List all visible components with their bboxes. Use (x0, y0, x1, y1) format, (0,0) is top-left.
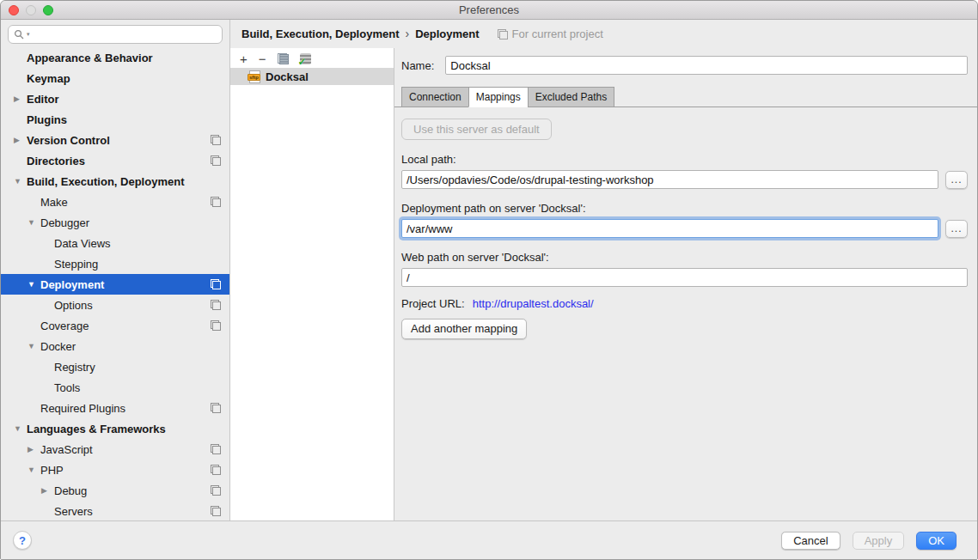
sidebar-item-tools[interactable]: Tools (1, 377, 229, 398)
remove-icon[interactable]: − (259, 53, 266, 65)
tab-connection[interactable]: Connection (401, 87, 469, 107)
breadcrumb: Build, Execution, Deployment › Deploymen… (230, 20, 977, 48)
sidebar-item-data-views[interactable]: Data Views (1, 233, 229, 253)
dialog-footer: ? Cancel Apply OK (1, 520, 977, 559)
sidebar-item-php[interactable]: ▼PHP (1, 460, 229, 480)
chevron-right-icon[interactable]: ▶ (27, 445, 40, 453)
breadcrumb-separator: › (405, 27, 409, 40)
local-path-row: ... (401, 170, 968, 189)
sidebar-item-label: Editor (27, 93, 59, 106)
sidebar-item-label: Registry (54, 361, 95, 374)
mappings-tab-content: Use this server as default Local path:..… (394, 107, 977, 339)
chevron-down-icon[interactable]: ▼ (13, 177, 27, 186)
local-path-label: Local path: (401, 153, 968, 166)
deployment-path-on-server-docksal-input[interactable] (401, 219, 938, 238)
sidebar-item-debug[interactable]: ▶Debug (1, 480, 229, 501)
use-as-default-icon[interactable] (300, 53, 311, 64)
tab-strip: ConnectionMappingsExcluded Paths (394, 87, 977, 107)
sidebar-item-keymap[interactable]: Keymap (1, 68, 229, 88)
close-button[interactable] (9, 5, 19, 15)
sidebar-item-editor[interactable]: ▶Editor (1, 88, 229, 109)
chevron-down-icon[interactable]: ▼ (13, 424, 27, 433)
sidebar-item-make[interactable]: Make (1, 192, 229, 212)
breadcrumb-current: Deployment (415, 27, 479, 40)
sidebar-item-label: Build, Execution, Deployment (27, 175, 184, 188)
scope-indicator: For current project (498, 27, 603, 40)
for-current-project-icon (211, 444, 221, 454)
settings-search[interactable]: ▾ (8, 25, 223, 44)
server-item-docksal[interactable]: sftpDocksal (230, 68, 394, 85)
chevron-right-icon[interactable]: ▶ (13, 136, 27, 144)
chevron-down-icon[interactable]: ▼ (27, 218, 40, 227)
copy-icon[interactable] (278, 53, 289, 64)
sidebar-item-docker[interactable]: ▼Docker (1, 336, 229, 356)
title-bar[interactable]: Preferences (1, 1, 977, 20)
name-label: Name: (401, 59, 434, 72)
sidebar-item-label: Languages & Frameworks (27, 423, 166, 435)
sidebar-item-plugins[interactable]: Plugins (1, 109, 229, 130)
chevron-down-icon[interactable]: ▼ (27, 466, 40, 474)
sidebar-item-label: Debug (54, 484, 87, 497)
sidebar-item-label: Data Views (54, 237, 111, 250)
search-options-caret-icon[interactable]: ▾ (27, 31, 30, 38)
tab-mappings[interactable]: Mappings (468, 87, 529, 107)
sidebar-item-required-plugins[interactable]: Required Plugins (1, 398, 229, 418)
preferences-window: Preferences ▾ Appearance & BehaviorKeyma… (0, 0, 978, 560)
search-input[interactable] (32, 28, 217, 41)
apply-button[interactable]: Apply (853, 532, 905, 550)
server-item-label: Docksal (266, 70, 309, 83)
zoom-button[interactable] (43, 5, 53, 15)
sidebar-item-servers[interactable]: Servers (1, 501, 229, 520)
local-path-input[interactable] (401, 170, 938, 189)
sidebar-item-build-execution-deployment[interactable]: ▼Build, Execution, Deployment (1, 171, 229, 192)
sidebar-item-directories[interactable]: Directories (1, 150, 229, 171)
sidebar-item-label: Debugger (40, 216, 89, 229)
project-url-link[interactable]: http://drupaltest.docksal/ (473, 297, 594, 310)
sidebar-item-label: JavaScript (40, 443, 93, 456)
chevron-down-icon[interactable]: ▼ (27, 280, 40, 289)
use-server-default-button[interactable]: Use this server as default (401, 119, 552, 140)
minimize-button (26, 5, 36, 15)
name-input[interactable] (445, 56, 968, 75)
sidebar-item-label: Plugins (27, 113, 67, 126)
sidebar-item-label: PHP (40, 464, 64, 477)
web-path-on-server-docksal-input[interactable] (401, 268, 968, 287)
sidebar-item-version-control[interactable]: ▶Version Control (1, 130, 229, 150)
web-path-on-server-docksal-row (401, 268, 968, 287)
browse-button[interactable]: ... (945, 171, 968, 189)
add-icon[interactable]: + (240, 53, 248, 65)
server-toolbar: +− (230, 48, 394, 68)
for-current-project-icon (211, 320, 221, 331)
sidebar-item-coverage[interactable]: Coverage (1, 315, 229, 336)
chevron-right-icon[interactable]: ▶ (40, 486, 54, 495)
for-current-project-icon (211, 465, 221, 475)
project-url-label: Project URL: (401, 297, 465, 310)
chevron-right-icon[interactable]: ▶ (13, 94, 27, 103)
sidebar-item-label: Coverage (40, 320, 89, 332)
for-current-project-icon (211, 135, 221, 145)
sftp-badge-label: sftp (248, 74, 260, 81)
sidebar-item-deployment[interactable]: ▼Deployment (1, 274, 229, 295)
browse-button[interactable]: ... (945, 220, 968, 238)
ok-button[interactable]: OK (916, 532, 957, 550)
sftp-icon: sftp (249, 70, 260, 83)
breadcrumb-parent[interactable]: Build, Execution, Deployment (241, 27, 399, 40)
sidebar-item-languages-frameworks[interactable]: ▼Languages & Frameworks (1, 418, 229, 439)
sidebar-item-javascript[interactable]: ▶JavaScript (1, 439, 229, 460)
sidebar-item-registry[interactable]: Registry (1, 356, 229, 377)
deployment-path-on-server-docksal-label: Deployment path on server 'Docksal': (401, 202, 968, 215)
for-current-project-icon (211, 300, 221, 310)
help-button[interactable]: ? (13, 531, 32, 550)
sidebar-item-appearance-behavior[interactable]: Appearance & Behavior (1, 47, 229, 68)
sidebar-item-debugger[interactable]: ▼Debugger (1, 212, 229, 233)
sidebar-item-stepping[interactable]: Stepping (1, 253, 229, 274)
mapping-fields: Local path:...Deployment path on server … (401, 153, 968, 287)
settings-sidebar: ▾ Appearance & BehaviorKeymap▶EditorPlug… (1, 20, 230, 520)
chevron-down-icon[interactable]: ▼ (27, 342, 40, 350)
add-another-mapping-button[interactable]: Add another mapping (401, 319, 527, 339)
tab-excluded-paths[interactable]: Excluded Paths (528, 87, 614, 107)
sidebar-item-label: Tools (54, 381, 80, 394)
sidebar-item-options[interactable]: Options (1, 295, 229, 315)
cancel-button[interactable]: Cancel (781, 532, 840, 550)
sidebar-item-label: Appearance & Behavior (27, 52, 153, 64)
